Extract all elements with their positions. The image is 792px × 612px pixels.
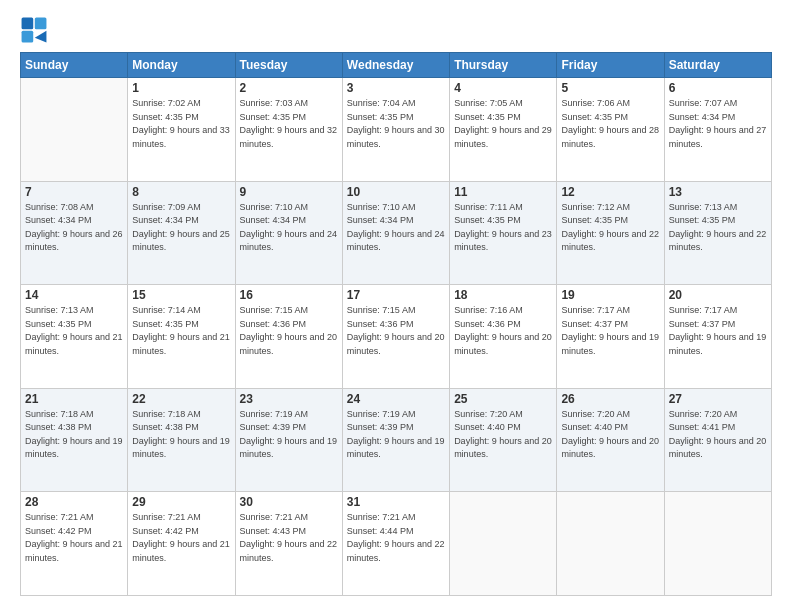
day-info: Sunrise: 7:05 AMSunset: 4:35 PMDaylight:…	[454, 97, 552, 151]
calendar-cell: 16Sunrise: 7:15 AMSunset: 4:36 PMDayligh…	[235, 285, 342, 389]
weekday-header-saturday: Saturday	[664, 53, 771, 78]
day-number: 8	[132, 185, 230, 199]
day-number: 1	[132, 81, 230, 95]
day-info: Sunrise: 7:04 AMSunset: 4:35 PMDaylight:…	[347, 97, 445, 151]
day-info: Sunrise: 7:19 AMSunset: 4:39 PMDaylight:…	[240, 408, 338, 462]
calendar-cell	[664, 492, 771, 596]
weekday-header-tuesday: Tuesday	[235, 53, 342, 78]
calendar-cell: 22Sunrise: 7:18 AMSunset: 4:38 PMDayligh…	[128, 388, 235, 492]
day-number: 13	[669, 185, 767, 199]
day-info: Sunrise: 7:20 AMSunset: 4:40 PMDaylight:…	[454, 408, 552, 462]
calendar-cell: 5Sunrise: 7:06 AMSunset: 4:35 PMDaylight…	[557, 78, 664, 182]
header	[20, 16, 772, 44]
week-row-5: 28Sunrise: 7:21 AMSunset: 4:42 PMDayligh…	[21, 492, 772, 596]
calendar-cell: 13Sunrise: 7:13 AMSunset: 4:35 PMDayligh…	[664, 181, 771, 285]
calendar: SundayMondayTuesdayWednesdayThursdayFrid…	[20, 52, 772, 596]
calendar-cell: 20Sunrise: 7:17 AMSunset: 4:37 PMDayligh…	[664, 285, 771, 389]
calendar-cell	[557, 492, 664, 596]
logo	[20, 16, 52, 44]
day-info: Sunrise: 7:16 AMSunset: 4:36 PMDaylight:…	[454, 304, 552, 358]
day-number: 25	[454, 392, 552, 406]
calendar-cell: 12Sunrise: 7:12 AMSunset: 4:35 PMDayligh…	[557, 181, 664, 285]
weekday-header-monday: Monday	[128, 53, 235, 78]
page: SundayMondayTuesdayWednesdayThursdayFrid…	[0, 0, 792, 612]
day-info: Sunrise: 7:15 AMSunset: 4:36 PMDaylight:…	[240, 304, 338, 358]
day-info: Sunrise: 7:09 AMSunset: 4:34 PMDaylight:…	[132, 201, 230, 255]
calendar-cell: 9Sunrise: 7:10 AMSunset: 4:34 PMDaylight…	[235, 181, 342, 285]
day-number: 31	[347, 495, 445, 509]
day-number: 3	[347, 81, 445, 95]
calendar-cell: 30Sunrise: 7:21 AMSunset: 4:43 PMDayligh…	[235, 492, 342, 596]
day-info: Sunrise: 7:11 AMSunset: 4:35 PMDaylight:…	[454, 201, 552, 255]
calendar-cell: 7Sunrise: 7:08 AMSunset: 4:34 PMDaylight…	[21, 181, 128, 285]
svg-rect-1	[35, 18, 47, 30]
day-info: Sunrise: 7:14 AMSunset: 4:35 PMDaylight:…	[132, 304, 230, 358]
day-info: Sunrise: 7:20 AMSunset: 4:40 PMDaylight:…	[561, 408, 659, 462]
calendar-cell	[21, 78, 128, 182]
day-number: 15	[132, 288, 230, 302]
week-row-3: 14Sunrise: 7:13 AMSunset: 4:35 PMDayligh…	[21, 285, 772, 389]
day-info: Sunrise: 7:12 AMSunset: 4:35 PMDaylight:…	[561, 201, 659, 255]
day-info: Sunrise: 7:15 AMSunset: 4:36 PMDaylight:…	[347, 304, 445, 358]
day-info: Sunrise: 7:18 AMSunset: 4:38 PMDaylight:…	[25, 408, 123, 462]
day-number: 24	[347, 392, 445, 406]
calendar-cell: 1Sunrise: 7:02 AMSunset: 4:35 PMDaylight…	[128, 78, 235, 182]
day-info: Sunrise: 7:03 AMSunset: 4:35 PMDaylight:…	[240, 97, 338, 151]
day-number: 14	[25, 288, 123, 302]
calendar-cell: 6Sunrise: 7:07 AMSunset: 4:34 PMDaylight…	[664, 78, 771, 182]
day-number: 19	[561, 288, 659, 302]
calendar-cell: 8Sunrise: 7:09 AMSunset: 4:34 PMDaylight…	[128, 181, 235, 285]
day-info: Sunrise: 7:18 AMSunset: 4:38 PMDaylight:…	[132, 408, 230, 462]
svg-rect-0	[22, 18, 34, 30]
day-number: 27	[669, 392, 767, 406]
calendar-cell: 19Sunrise: 7:17 AMSunset: 4:37 PMDayligh…	[557, 285, 664, 389]
day-number: 12	[561, 185, 659, 199]
calendar-cell: 23Sunrise: 7:19 AMSunset: 4:39 PMDayligh…	[235, 388, 342, 492]
day-info: Sunrise: 7:21 AMSunset: 4:44 PMDaylight:…	[347, 511, 445, 565]
day-number: 2	[240, 81, 338, 95]
day-number: 30	[240, 495, 338, 509]
day-info: Sunrise: 7:19 AMSunset: 4:39 PMDaylight:…	[347, 408, 445, 462]
calendar-cell: 31Sunrise: 7:21 AMSunset: 4:44 PMDayligh…	[342, 492, 449, 596]
day-info: Sunrise: 7:21 AMSunset: 4:43 PMDaylight:…	[240, 511, 338, 565]
day-info: Sunrise: 7:13 AMSunset: 4:35 PMDaylight:…	[669, 201, 767, 255]
day-info: Sunrise: 7:08 AMSunset: 4:34 PMDaylight:…	[25, 201, 123, 255]
day-number: 11	[454, 185, 552, 199]
day-number: 23	[240, 392, 338, 406]
day-info: Sunrise: 7:10 AMSunset: 4:34 PMDaylight:…	[347, 201, 445, 255]
day-number: 18	[454, 288, 552, 302]
logo-icon	[20, 16, 48, 44]
weekday-header-wednesday: Wednesday	[342, 53, 449, 78]
week-row-4: 21Sunrise: 7:18 AMSunset: 4:38 PMDayligh…	[21, 388, 772, 492]
day-info: Sunrise: 7:17 AMSunset: 4:37 PMDaylight:…	[669, 304, 767, 358]
day-info: Sunrise: 7:06 AMSunset: 4:35 PMDaylight:…	[561, 97, 659, 151]
day-info: Sunrise: 7:21 AMSunset: 4:42 PMDaylight:…	[25, 511, 123, 565]
day-number: 9	[240, 185, 338, 199]
day-number: 17	[347, 288, 445, 302]
calendar-cell: 2Sunrise: 7:03 AMSunset: 4:35 PMDaylight…	[235, 78, 342, 182]
weekday-header-friday: Friday	[557, 53, 664, 78]
calendar-cell: 28Sunrise: 7:21 AMSunset: 4:42 PMDayligh…	[21, 492, 128, 596]
week-row-2: 7Sunrise: 7:08 AMSunset: 4:34 PMDaylight…	[21, 181, 772, 285]
day-info: Sunrise: 7:21 AMSunset: 4:42 PMDaylight:…	[132, 511, 230, 565]
calendar-cell	[450, 492, 557, 596]
calendar-cell: 3Sunrise: 7:04 AMSunset: 4:35 PMDaylight…	[342, 78, 449, 182]
calendar-cell: 17Sunrise: 7:15 AMSunset: 4:36 PMDayligh…	[342, 285, 449, 389]
weekday-header-row: SundayMondayTuesdayWednesdayThursdayFrid…	[21, 53, 772, 78]
calendar-cell: 10Sunrise: 7:10 AMSunset: 4:34 PMDayligh…	[342, 181, 449, 285]
calendar-cell: 21Sunrise: 7:18 AMSunset: 4:38 PMDayligh…	[21, 388, 128, 492]
calendar-cell: 27Sunrise: 7:20 AMSunset: 4:41 PMDayligh…	[664, 388, 771, 492]
day-info: Sunrise: 7:07 AMSunset: 4:34 PMDaylight:…	[669, 97, 767, 151]
day-number: 28	[25, 495, 123, 509]
calendar-cell: 24Sunrise: 7:19 AMSunset: 4:39 PMDayligh…	[342, 388, 449, 492]
day-number: 10	[347, 185, 445, 199]
day-info: Sunrise: 7:13 AMSunset: 4:35 PMDaylight:…	[25, 304, 123, 358]
calendar-cell: 18Sunrise: 7:16 AMSunset: 4:36 PMDayligh…	[450, 285, 557, 389]
calendar-cell: 11Sunrise: 7:11 AMSunset: 4:35 PMDayligh…	[450, 181, 557, 285]
day-number: 6	[669, 81, 767, 95]
calendar-cell: 15Sunrise: 7:14 AMSunset: 4:35 PMDayligh…	[128, 285, 235, 389]
calendar-cell: 29Sunrise: 7:21 AMSunset: 4:42 PMDayligh…	[128, 492, 235, 596]
day-number: 20	[669, 288, 767, 302]
day-info: Sunrise: 7:10 AMSunset: 4:34 PMDaylight:…	[240, 201, 338, 255]
day-info: Sunrise: 7:20 AMSunset: 4:41 PMDaylight:…	[669, 408, 767, 462]
